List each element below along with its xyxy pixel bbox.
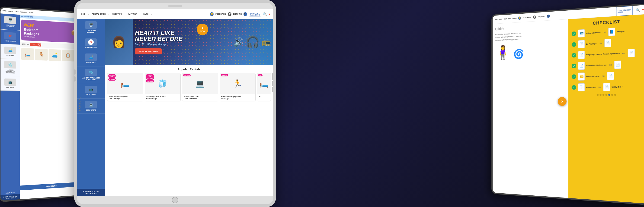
dot-3[interactable]: [602, 94, 604, 96]
power-button[interactable]: [272, 73, 273, 80]
back-arrow-icon: ◀: [21, 15, 22, 17]
product-item-1[interactable]: 🛏️: [21, 48, 34, 60]
left-nav-why[interactable]: WHY R: [29, 12, 34, 13]
vol-down-button[interactable]: [272, 87, 273, 92]
csi-laundry-icon: 🫧: [85, 69, 97, 76]
card-icon-2: 🧊: [158, 79, 167, 88]
dot-4[interactable]: [605, 94, 607, 96]
right-nav-why[interactable]: WHY RR?: [504, 18, 511, 20]
card-name-3: Acer Aspire 2 in 111.6" Notebook: [184, 95, 216, 100]
search-icon[interactable]: 🔍: [263, 12, 267, 16]
popular-card-1[interactable]: 🛏️ POPULARDEAL POPULAR Albury 4-Piece Qu…: [107, 73, 143, 101]
popular-card-2[interactable]: 🧊 BONUS$50GIFT CARD POPULAR Samsung 583L…: [145, 73, 181, 101]
csi-furniture[interactable]: 🛋️ FURNITURE: [77, 51, 105, 66]
sidebar-item-furniture[interactable]: 🛋️ FURNITURE: [0, 44, 20, 59]
hero-left-image: 👩: [105, 19, 133, 65]
center-nav-about[interactable]: ABOUT US: [112, 13, 122, 15]
right-request-cb-button[interactable]: CALL REQUESTBACK: [616, 6, 633, 16]
tablet-right: ABOUT US WHY RR? FAQS 😊 FEEDBACK 💬 ENQUI…: [492, 3, 644, 205]
right-nav-feedback[interactable]: FEEDBACK: [523, 16, 531, 18]
card-name-1: Albury 4-Piece QueenBed Package: [109, 95, 142, 100]
center-nav-enquire[interactable]: ENQUIRE: [233, 13, 242, 15]
sidebar-item-tv-audio[interactable]: 📺 TV & AUDIO: [0, 76, 20, 91]
guide-title-partial: uide: [495, 26, 504, 31]
right-nav-about[interactable]: ABOUT US: [495, 18, 502, 21]
vol-up-button[interactable]: [272, 81, 273, 86]
wishlist-icon-right[interactable]: ♥: [642, 8, 644, 11]
sidebar-item-laundry[interactable]: 🫧 LAUNDRY APPLIANCES& VACUUMS: [0, 59, 20, 76]
left-nav-home[interactable]: HOME: [2, 10, 6, 11]
center-nav-request-cb[interactable]: REQUESTCALL BACK: [249, 12, 261, 16]
checklist-doc-lease: 📄 Property Lease or Rental Agreement OR …: [578, 49, 643, 59]
popular-card-3[interactable]: 💻 POPULAR Acer Aspire 2 in 111.6" Notebo…: [182, 73, 218, 101]
wishlist-icon[interactable]: ♥: [268, 12, 270, 16]
vol-btn-2[interactable]: [74, 76, 76, 81]
lease-icon: 📄: [578, 51, 585, 59]
center-nav-why[interactable]: WHY RR?: [128, 13, 137, 15]
popular-card-5[interactable]: 🛏️ POP Al...: [257, 73, 271, 101]
tablet-center: HOME ▾ RENTAL GUIDE ▾ ABOUT US ▾ WHY RR?…: [74, 0, 276, 207]
csi-computers-gaming-icon: 🖥️: [85, 21, 97, 29]
medicare-alt-icon: 📄: [607, 72, 614, 80]
dot-1[interactable]: [597, 94, 598, 96]
email-icon-center: ✉: [83, 191, 84, 192]
center-nav-chevron3: ▾: [124, 13, 126, 15]
checklist-item-lease: ✓ 📄 Property Lease or Rental Agreement O…: [572, 49, 643, 59]
left-footer-signup[interactable]: ✉ SIGN UP FOR THELATEST DEALS: [0, 194, 20, 201]
checklist-next-arrow[interactable]: ›: [558, 97, 566, 106]
sidebar-item-home-screen[interactable]: rr HOME SCREEN: [0, 29, 20, 45]
popular-title: Popular Rentals: [107, 68, 271, 71]
card-name-5: Al...: [258, 95, 269, 98]
center-nav-home[interactable]: HOME: [80, 13, 85, 15]
center-nav-chevron1: ▾: [88, 13, 89, 15]
center-nav-rental[interactable]: RENTAL GUIDE: [92, 13, 106, 15]
center-nav-chevron2: ▾: [108, 13, 109, 15]
left-sidebar: 🖥️ COMPUTERS& GAMING rr HOME SCREEN 🛋️ F…: [0, 13, 20, 201]
card-icon-1: 🛏️: [120, 79, 130, 88]
center-nav-faqs[interactable]: FAQS: [143, 13, 148, 15]
center-screen: HOME ▾ RENTAL GUIDE ▾ ABOUT US ▾ WHY RR?…: [77, 9, 273, 196]
center-sidebar: 🖥️ COMPUTERS& GAMING rr HOME SCREEN 🛋️ F…: [77, 19, 105, 196]
check-icon-bill: ✓: [572, 85, 576, 90]
left-promo-banner: NEW BedroomPackages now available 📦 ★: [21, 19, 79, 43]
product-item-4[interactable]: 🪞: [62, 49, 74, 61]
csi-tv-audio[interactable]: 📺 TV & AUDIO: [77, 83, 105, 98]
dot-5[interactable]: [608, 94, 610, 96]
popular-badge-3: POPULAR: [183, 74, 191, 76]
csi-computers-gaming[interactable]: 🖥️ COMPUTERS& GAMING: [77, 19, 105, 36]
product-item-3[interactable]: 🛋️: [49, 49, 61, 61]
checklist-item-id: ✓ 🪪 Drivers Licence OR 📘 Passport: [572, 26, 643, 38]
doc-or-payslips: OR: [599, 42, 602, 44]
dot-2[interactable]: [600, 94, 601, 96]
dot-7[interactable]: [614, 94, 616, 96]
passport-label: Passport: [617, 30, 625, 33]
csi-home-screen-icon: rr: [85, 38, 97, 46]
csi-home-screen[interactable]: rr HOME SCREEN: [77, 36, 105, 51]
right-body: uide e found the products you like, it's…: [492, 14, 644, 204]
checklist-item-bill: ✓ 📄 Phone Bill OR 📄 Utility Bill ": [572, 82, 643, 91]
right-nav-enquire[interactable]: ENQUIRE: [538, 15, 545, 17]
doc-or-bill: OR: [598, 86, 601, 88]
csi-computers[interactable]: 💻 COMPUTERS: [77, 99, 105, 114]
search-icon-right[interactable]: 🔍: [636, 8, 640, 12]
check-icon-id: ✓: [572, 31, 576, 36]
center-nav-feedback[interactable]: FEEDBACK: [216, 13, 226, 15]
checklist-item-medicare: ✓ 💳 Medicare Card OR 📄: [572, 71, 643, 81]
guide-body-text: e found the products you like, it's a to…: [495, 29, 566, 42]
sidebar-item-computers-gaming[interactable]: 🖥️ COMPUTERS& GAMING: [0, 13, 20, 30]
left-nav-about[interactable]: ABOUT US: [20, 11, 27, 13]
doc-or-lease: OR: [622, 52, 625, 55]
left-nav-rental[interactable]: RENTAL GUIDE: [8, 10, 18, 12]
popular-card-4[interactable]: 🏃 POPULAR BH Fitness EquipmentPackage: [220, 73, 256, 101]
csi-laundry[interactable]: 🫧 LAUNDRY APPLIANCES& VACUUMS: [77, 66, 105, 84]
home-button[interactable]: [172, 197, 178, 203]
product-item-2[interactable]: 🪑: [35, 48, 48, 60]
vol-btn-1[interactable]: [74, 69, 76, 75]
sort-select[interactable]: Ou...: [30, 43, 42, 46]
hero-cta-button[interactable]: VIEW RANGE NOW: [135, 48, 162, 54]
right-nav-faqs[interactable]: FAQS: [512, 17, 516, 19]
dot-6[interactable]: [611, 94, 613, 96]
checklist-doc-centrelink: 📄 Centrelink Statements OR 📄: [578, 60, 643, 70]
left-product-grid: 🛏️ 🪑 🛋️ 🪞: [20, 46, 80, 63]
center-sidebar-footer[interactable]: ✉ SIGN UP FOR THELATEST DEALS: [77, 189, 105, 196]
